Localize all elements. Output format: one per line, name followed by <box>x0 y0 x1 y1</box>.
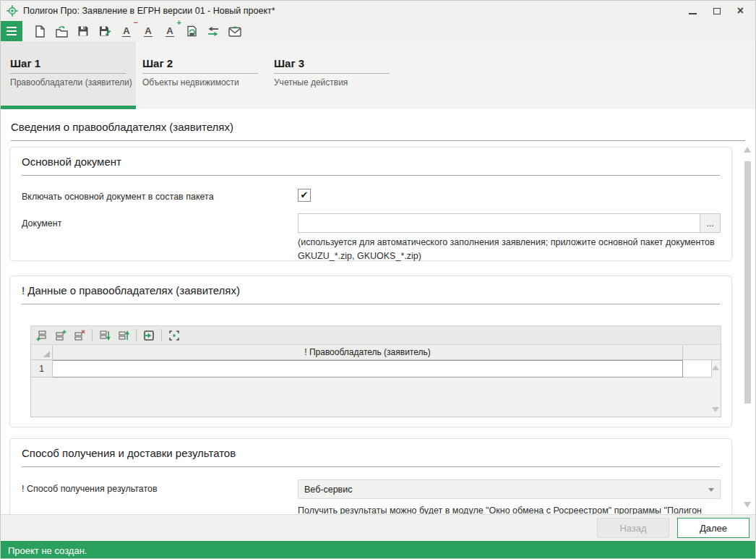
card-divider <box>22 175 720 176</box>
method-selected-value: Веб-сервис <box>304 485 353 495</box>
delivery-card: Способ получения и доставки результатов … <box>9 438 732 514</box>
include-document-checkbox[interactable]: ✔ <box>298 189 311 202</box>
grid-scroll-down-icon[interactable] <box>712 407 719 412</box>
font-decrease-button[interactable]: A − <box>119 23 134 39</box>
titlebar: Полигон Про: Заявление в ЕГРН версии 01 … <box>1 1 755 21</box>
main-document-card: Основной документ Включать основной доку… <box>9 147 732 261</box>
include-document-label: Включать основной документ в состав паке… <box>22 192 214 202</box>
row-number-cell[interactable]: 1 <box>31 360 53 377</box>
back-button[interactable]: Назад <box>597 518 669 538</box>
row-extra-cell <box>683 360 712 377</box>
method-dropdown[interactable]: Веб-сервис <box>298 479 721 499</box>
save-as-button[interactable] <box>98 23 112 39</box>
maximize-icon <box>713 8 721 14</box>
new-document-icon <box>35 25 46 38</box>
rightholders-card-title: ! Данные о правообладателях (заявителях) <box>22 284 240 296</box>
main-document-card-title: Основной документ <box>22 155 121 168</box>
delete-row-button[interactable] <box>73 329 86 342</box>
grid-scroll-up-icon[interactable] <box>712 365 719 370</box>
method-label: ! Способ получения результатов <box>22 484 158 494</box>
rightholders-table: ! Правообладатель (заявитель) 1 <box>30 325 721 417</box>
toolbar-separator <box>136 329 137 341</box>
rightholder-cell[interactable] <box>53 360 683 377</box>
chevron-down-icon <box>708 488 714 492</box>
tab-step-2[interactable]: Шаг 2 Объекты недвижимости <box>136 41 267 109</box>
card-divider <box>22 304 720 304</box>
close-button[interactable]: × <box>729 1 752 21</box>
insert-row-button[interactable] <box>54 329 67 342</box>
envelope-icon <box>228 26 241 37</box>
hamburger-icon <box>7 27 17 28</box>
rightholders-card: ! Данные о правообладателях (заявителях) <box>9 276 732 427</box>
browse-button[interactable]: ... <box>700 213 721 233</box>
method-hint: Получить результаты можно будет в модуле… <box>298 504 721 514</box>
font-reset-button[interactable]: A <box>141 23 155 39</box>
rightholders-grid: ! Правообладатель (заявитель) 1 <box>30 345 721 417</box>
move-down-icon <box>99 330 111 341</box>
maximize-button[interactable] <box>705 1 729 21</box>
xml-refresh-button[interactable] <box>184 23 199 39</box>
content-area: Сведения о правообладателях (заявителях)… <box>1 109 755 514</box>
delivery-card-title: Способ получения и доставки результатов <box>22 447 236 459</box>
grid-header-row: ! Правообладатель (заявитель) <box>31 345 721 360</box>
save-icon <box>77 25 89 37</box>
font-reset-icon: A <box>144 26 152 37</box>
document-hint: (используется для автоматического заполн… <box>298 236 716 264</box>
table-row: 1 <box>31 360 721 377</box>
send-mail-button[interactable] <box>228 23 242 39</box>
step-2-subtitle: Объекты недвижимости <box>142 77 267 88</box>
grid-column-header[interactable]: ! Правообладатель (заявитель) <box>53 345 683 359</box>
window-controls: × <box>681 1 752 21</box>
status-text: Проект не создан. <box>8 545 87 556</box>
minimize-button[interactable] <box>681 1 705 21</box>
content-scrollbar[interactable] <box>742 144 753 509</box>
hamburger-menu-button[interactable] <box>1 21 22 41</box>
exchange-arrows-icon <box>207 26 220 37</box>
next-button[interactable]: Далее <box>677 518 749 538</box>
exchange-button[interactable] <box>206 23 220 39</box>
card-divider <box>22 466 720 467</box>
move-up-icon <box>118 330 129 341</box>
document-label: Документ <box>22 218 61 229</box>
section-title: Сведения о правообладателях (заявителях) <box>11 121 233 133</box>
import-rightholder-button[interactable] <box>142 329 155 342</box>
minimize-icon <box>689 13 697 14</box>
grid-corner-cell[interactable] <box>31 345 53 359</box>
window-title: Полигон Про: Заявление в ЕГРН версии 01 … <box>23 6 275 16</box>
step-tabbar: Шаг 1 Правообладатели (заявители) Шаг 2 … <box>1 41 755 109</box>
tab-step-3[interactable]: Шаг 3 Учетные действия <box>267 41 402 109</box>
add-row-icon <box>36 330 48 341</box>
move-row-up-button[interactable] <box>117 329 130 342</box>
main-toolbar: A − A A + Внесение сведений о ранее учте… <box>1 21 755 41</box>
section-divider <box>11 140 745 141</box>
document-input[interactable] <box>298 213 700 233</box>
table-toolbar <box>30 325 721 345</box>
scroll-down-icon[interactable] <box>744 502 751 508</box>
font-increase-icon: A <box>166 26 173 37</box>
expand-table-button[interactable] <box>168 329 181 342</box>
close-icon: × <box>737 5 744 17</box>
open-project-button[interactable] <box>54 23 69 39</box>
scrollbar-thumb[interactable] <box>744 161 751 404</box>
xml-document-icon <box>186 25 198 38</box>
font-decrease-icon: A <box>122 26 130 37</box>
open-folder-icon <box>56 25 68 38</box>
move-row-down-button[interactable] <box>98 329 111 342</box>
toolbar-buttons: A − A A + <box>33 23 242 39</box>
save-as-icon <box>99 25 111 37</box>
toolbar-separator <box>161 329 162 341</box>
app-window: Полигон Про: Заявление в ЕГРН версии 01 … <box>0 0 756 559</box>
tab-step-1[interactable]: Шаг 1 Правообладатели (заявители) <box>1 41 136 109</box>
font-increase-button[interactable]: A + <box>163 23 177 39</box>
checkmark-icon: ✔ <box>301 190 309 200</box>
step-2-title: Шаг 2 <box>142 57 258 74</box>
add-row-button[interactable] <box>35 329 48 342</box>
scroll-up-icon[interactable] <box>744 147 751 153</box>
footer-bar: Назад Далее <box>1 514 755 541</box>
save-button[interactable] <box>76 23 90 39</box>
import-icon <box>143 330 155 341</box>
toolbar-separator <box>92 329 93 341</box>
step-1-subtitle: Правообладатели (заявители) <box>10 77 136 88</box>
new-project-button[interactable] <box>33 23 47 39</box>
status-bar: Проект не создан. <box>1 541 755 559</box>
